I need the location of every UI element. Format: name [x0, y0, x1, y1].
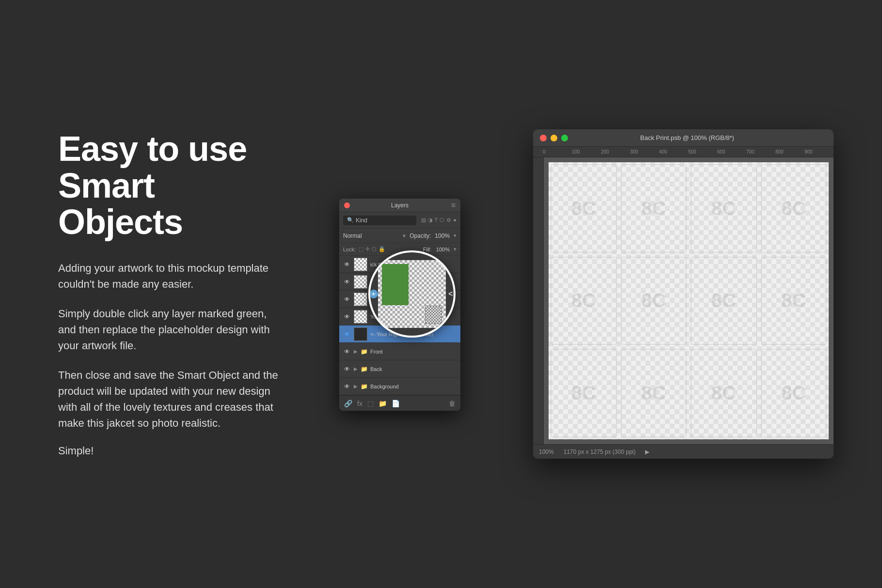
magnifier-doc-thumb — [425, 306, 442, 324]
layer-visibility-1[interactable]: 👁 — [343, 278, 351, 285]
blend-mode-arrow: ▾ — [403, 232, 406, 239]
ps-window-title: Back Print.psb @ 100% (RGB/8*) — [548, 134, 827, 141]
add-mask-icon[interactable]: ⬚ — [367, 399, 374, 407]
layer-thumbnail-2 — [354, 292, 367, 306]
magnifier-circle: 👁 <- — [368, 250, 456, 338]
ps-canvas-area: 8C 8C 8C 8C 8C 8C 8C 8C 8C 8C 8C — [533, 157, 834, 444]
body-paragraph-2: Simply double click any layer marked gre… — [58, 306, 281, 354]
layers-footer: 🔗 fx ⬚ 📁 📄 🗑 — [339, 395, 460, 411]
magnifier-inner: 👁 <- — [378, 260, 446, 328]
layer-expand-7[interactable]: ▶ — [354, 384, 358, 389]
layer-folder-icon-5: 📁 — [361, 348, 367, 355]
add-effect-icon[interactable]: fx — [357, 399, 362, 407]
wm-10: 8C — [691, 349, 757, 437]
lock-artboard-icon[interactable]: ⬡ — [372, 246, 377, 252]
ruler-mark-1: 100 — [572, 149, 601, 155]
layer-item-5[interactable]: 👁 ▶ 📁 Front — [339, 343, 460, 360]
ui-section: Back Print.psb @ 100% (RGB/8*) 0 100 200… — [310, 39, 843, 549]
wm-3: 8C — [761, 164, 827, 253]
text-section: Easy to use Smart Objects Adding your ar… — [58, 131, 310, 457]
magnifier-content: 👁 <- — [370, 252, 454, 336]
layer-thumbnail-1 — [354, 275, 367, 288]
ruler-mark-6: 600 — [717, 149, 746, 155]
type-filter-icon[interactable]: T — [435, 217, 438, 223]
toggle-filter-icon[interactable]: ● — [453, 217, 457, 223]
layer-visibility-7[interactable]: 👁 — [343, 382, 351, 390]
layer-name-7: Background — [370, 383, 457, 389]
lock-move-icon[interactable]: ✛ — [365, 246, 370, 252]
wm-4: 8C — [551, 257, 617, 345]
wm-1: 8C — [621, 164, 687, 253]
layer-name-5: Front — [370, 348, 457, 354]
ruler-mark-5: 500 — [688, 149, 717, 155]
wm-6: 8C — [691, 257, 757, 345]
ruler-mark-0: 0 — [543, 149, 572, 155]
wm-9: 8C — [621, 349, 687, 437]
layer-expand-5[interactable]: ▶ — [354, 349, 358, 354]
layer-name-6: Back — [370, 366, 457, 371]
layer-item-6[interactable]: 👁 ▶ 📁 Back — [339, 360, 460, 378]
ruler-marks: 0 100 200 300 400 500 600 700 800 900 10… — [543, 149, 834, 155]
lock-all-icon[interactable]: 🔒 — [378, 246, 385, 252]
link-layers-icon[interactable]: 🔗 — [344, 399, 352, 407]
fill-value[interactable]: 100% — [436, 246, 450, 252]
adjust-filter-icon[interactable]: ◑ — [428, 217, 433, 223]
canvas-watermark-overlay: 8C 8C 8C 8C 8C 8C 8C 8C 8C 8C 8C — [549, 162, 829, 439]
layer-thumbnail-4 — [354, 327, 367, 340]
headline-line1: Easy to use — [58, 129, 247, 168]
layers-expand-icon[interactable]: ≡ — [451, 201, 456, 209]
ps-ruler: 0 100 200 300 400 500 600 700 800 900 10… — [533, 147, 834, 157]
blend-mode-selector[interactable]: Normal — [343, 232, 399, 239]
ps-titlebar: Back Print.psb @ 100% (RGB/8*) — [533, 129, 834, 147]
lock-pixels-icon[interactable]: ⬚ — [359, 246, 363, 252]
ps-dimensions: 1170 px x 1275 px (300 ppi) — [564, 449, 636, 455]
ps-zoom-level: 100% — [539, 449, 554, 455]
layer-visibility-5[interactable]: 👁 — [343, 347, 351, 355]
layer-thumbnail-0 — [354, 257, 367, 271]
layer-visibility-2[interactable]: 👁 — [343, 295, 351, 303]
magnifier-green-layer — [382, 264, 409, 305]
close-button-icon[interactable] — [540, 135, 547, 141]
smart-filter-icon[interactable]: ⚙ — [446, 217, 451, 223]
body-paragraph-1: Adding your artwork to this mockup templ… — [58, 260, 281, 292]
opacity-label: Opacity: — [410, 232, 431, 239]
pixel-filter-icon[interactable]: ▤ — [421, 217, 426, 223]
layers-blend-controls: Normal ▾ Opacity: 100% ▾ — [339, 229, 460, 243]
magnifier-eye-indicator: 👁 — [369, 290, 378, 298]
magnifier-doc-checker — [425, 306, 441, 324]
photoshop-window: Back Print.psb @ 100% (RGB/8*) 0 100 200… — [533, 129, 834, 459]
ps-left-ruler — [533, 157, 544, 444]
canvas-background: 8C 8C 8C 8C 8C 8C 8C 8C 8C 8C 8C — [549, 162, 829, 439]
layer-visibility-6[interactable]: 👁 — [343, 365, 351, 372]
fill-arrow: ▾ — [454, 246, 457, 252]
layer-visibility-3[interactable]: 👁 — [343, 312, 351, 320]
delete-layer-icon[interactable]: 🗑 — [449, 399, 456, 407]
wm-5: 8C — [621, 257, 687, 345]
layer-expand-6[interactable]: ▶ — [354, 366, 358, 371]
layer-folder-icon-7: 📁 — [361, 383, 367, 389]
lock-label: Lock: — [343, 246, 356, 252]
ruler-mark-2: 200 — [601, 149, 630, 155]
lock-icons: ⬚ ✛ ⬡ 🔒 — [359, 246, 385, 252]
layer-thumbnail-3 — [354, 309, 367, 323]
wm-2: 8C — [691, 164, 757, 253]
body-paragraph-4: Simple! — [58, 445, 281, 457]
ps-canvas[interactable]: 8C 8C 8C 8C 8C 8C 8C 8C 8C 8C 8C — [544, 157, 834, 444]
new-layer-icon[interactable]: 📄 — [392, 399, 400, 407]
ps-status-arrow: ▶ — [645, 449, 649, 455]
layer-visibility-0[interactable]: 👁 — [343, 260, 351, 268]
fill-label: Fill: — [423, 246, 431, 252]
layer-search-box[interactable]: 🔍 Kind — [343, 215, 416, 225]
shape-filter-icon[interactable]: ⬠ — [440, 217, 444, 223]
search-kind-label: Kind — [356, 217, 367, 223]
layers-close-button[interactable] — [344, 202, 350, 208]
wm-7: 8C — [761, 257, 827, 345]
ps-statusbar: 100% 1170 px x 1275 px (300 ppi) ▶ — [533, 444, 834, 459]
magnifier-arrow-indicator: <- — [448, 290, 456, 298]
new-group-icon[interactable]: 📁 — [378, 399, 387, 407]
opacity-value[interactable]: 100% — [435, 232, 450, 239]
layer-visibility-4[interactable]: 👁 — [343, 330, 351, 338]
layer-item-7[interactable]: 👁 ▶ 📁 Background — [339, 378, 460, 395]
wm-8: 8C — [551, 349, 617, 437]
layer-folder-icon-6: 📁 — [361, 365, 367, 372]
